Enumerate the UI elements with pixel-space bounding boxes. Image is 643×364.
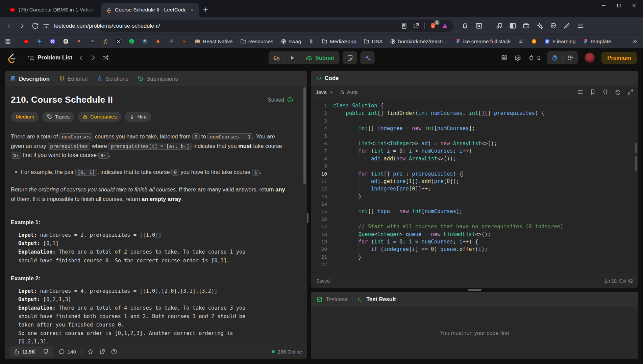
code-line[interactable]: 13 } [311, 193, 638, 200]
code-line[interactable]: 2 public int[] findOrder(int numCourses,… [311, 109, 638, 117]
next-problem-icon[interactable] [90, 54, 97, 61]
new-tab-button[interactable] [202, 6, 209, 13]
apps-grid-icon[interactable] [5, 38, 11, 45]
prev-problem-icon[interactable] [78, 54, 84, 61]
code-editor[interactable]: 1class Solution {2 public int[] findOrde… [311, 99, 638, 274]
url-bar[interactable]: leetcode.com/problems/course-schedule-ii… [99, 20, 453, 32]
code-line[interactable]: 3 [311, 117, 638, 125]
fullscreen-icon[interactable] [627, 89, 634, 95]
code-line[interactable]: 20 if (indegree[i] == 0) queue.offer(i); [311, 245, 638, 253]
bookmark-item[interactable] [47, 37, 58, 45]
menu-icon[interactable] [577, 22, 584, 29]
auto-mode-toggle[interactable]: Auto [340, 89, 358, 95]
editor-scrollbar-mark[interactable] [635, 143, 637, 153]
leo-ai-icon[interactable] [536, 22, 543, 29]
timer-button[interactable] [547, 54, 562, 61]
vertical-resize-handle[interactable] [307, 213, 308, 223]
code-line[interactable]: 11 adj.get(pre[1]).add(pre[0]); [311, 178, 638, 185]
tab-solutions[interactable]: Solutions [97, 76, 128, 82]
pill-medium[interactable]: Medium [11, 112, 39, 122]
invite-button[interactable] [563, 54, 578, 61]
code-line[interactable]: 7 for (int i = 0; i < numCourses; i++) [311, 147, 638, 155]
bookmark-item[interactable] [74, 37, 84, 45]
pill-hint[interactable]: Hint [125, 112, 151, 122]
tab-leetcode[interactable]: Course Schedule II - LeetCode [101, 3, 199, 17]
back-icon[interactable] [5, 22, 13, 29]
bookmark-item[interactable]: e learning [542, 37, 578, 46]
code-line[interactable]: 1class Solution { [311, 102, 638, 109]
close-tab-icon[interactable] [190, 7, 194, 12]
brave-rewards-icon[interactable] [441, 22, 448, 29]
media-icon[interactable] [496, 22, 503, 29]
vpn-icon[interactable] [550, 22, 557, 29]
bookmark-item[interactable] [153, 37, 163, 45]
close-window-icon[interactable] [631, 3, 637, 8]
bookmark-item[interactable]: swag [278, 37, 303, 46]
tab-submissions[interactable]: Submissions [138, 76, 178, 82]
external-link-icon[interactable] [99, 348, 105, 355]
extensions-icon[interactable] [462, 22, 469, 29]
bookmark-icon[interactable] [590, 89, 596, 95]
horizontal-resize-handle[interactable] [468, 289, 481, 291]
ai-assistant-button[interactable] [361, 51, 375, 64]
scrollbar-thumb[interactable] [303, 87, 306, 184]
bookmarks-overflow-icon[interactable] [632, 38, 638, 45]
code-line[interactable]: 19 for (int i = 0; i < numCourses; i++) … [311, 238, 638, 245]
format-code-icon[interactable] [577, 89, 584, 95]
code-line[interactable]: 14 [311, 200, 638, 208]
search-tabs-icon[interactable] [475, 22, 483, 29]
reader-mode-icon[interactable] [401, 22, 408, 29]
star-icon[interactable] [87, 348, 94, 355]
code-line[interactable]: 17 // Start with all courses that have n… [311, 223, 638, 230]
problem-list-button[interactable]: Problem List [27, 54, 72, 61]
submit-button[interactable]: Submit [300, 51, 340, 64]
premium-button[interactable]: Premium [601, 52, 637, 64]
sidebar-icon[interactable] [509, 22, 516, 29]
run-button[interactable] [285, 51, 300, 64]
bookmark-item[interactable]: MediaSoup [319, 37, 358, 46]
streak-counter[interactable]: 0 [528, 54, 540, 61]
bookmark-item[interactable] [166, 37, 176, 45]
bookmark-item[interactable] [306, 37, 317, 45]
bookmark-item[interactable]: TUF [87, 37, 97, 45]
bookmark-item[interactable]: Resources [238, 37, 276, 46]
bookmark-item[interactable]: ice creame full stack [453, 37, 513, 46]
code-line[interactable]: 5 [311, 132, 638, 140]
bookmark-item[interactable]: CC [179, 37, 190, 45]
code-line[interactable]: 10 for (int[] pre : prerequisites) { [311, 170, 638, 178]
tab-testcase[interactable]: Testcase [316, 296, 348, 303]
code-line[interactable]: 15 int[] topo = new int[numCourses]; [311, 208, 638, 215]
customize-icon[interactable] [563, 22, 570, 29]
code-line[interactable]: 6 List<List<Integer>> adj = new ArrayLis… [311, 140, 638, 147]
bookmark-item[interactable] [34, 37, 45, 45]
code-line[interactable]: 8 adj.add(new ArrayList<>()); [311, 155, 638, 162]
bookmark-item[interactable] [516, 37, 526, 45]
bookmark-item[interactable] [100, 37, 110, 45]
bookmark-item[interactable] [126, 37, 137, 45]
tab-youtube[interactable]: (75) Complete DBMS in 1 Video (Wit [5, 3, 101, 17]
code-line[interactable]: 22 [311, 261, 638, 268]
code-line[interactable]: 4 int[] indegree = new int[numCourses]; [311, 125, 638, 132]
maximize-icon[interactable] [616, 3, 622, 8]
code-line[interactable]: 16 [311, 215, 638, 223]
code-line[interactable]: 21 } [311, 253, 638, 261]
bookmark-item[interactable] [113, 37, 124, 45]
language-selector[interactable]: Java [316, 89, 334, 95]
layout-icon[interactable] [501, 54, 508, 61]
random-problem-icon[interactable] [102, 54, 109, 61]
bookmark-item[interactable] [21, 37, 31, 45]
minimize-icon[interactable] [601, 3, 607, 8]
site-settings-icon[interactable] [43, 23, 49, 29]
tab-test-result[interactable]: Test Result [357, 296, 396, 303]
bookmark-item[interactable]: template [580, 37, 613, 46]
bookmark-item[interactable]: burakorkmez/react-... [388, 37, 450, 46]
tab-description[interactable]: Description [10, 76, 50, 82]
settings-gear-icon[interactable] [514, 54, 521, 61]
wallet-icon[interactable] [523, 22, 530, 29]
notes-button[interactable] [343, 51, 357, 64]
bookmark-item[interactable]: React Native [192, 37, 235, 46]
avatar[interactable] [585, 53, 595, 63]
code-line[interactable]: 9 [311, 162, 638, 170]
pill-companies[interactable]: Companies [78, 112, 121, 122]
share-icon[interactable] [413, 22, 420, 29]
